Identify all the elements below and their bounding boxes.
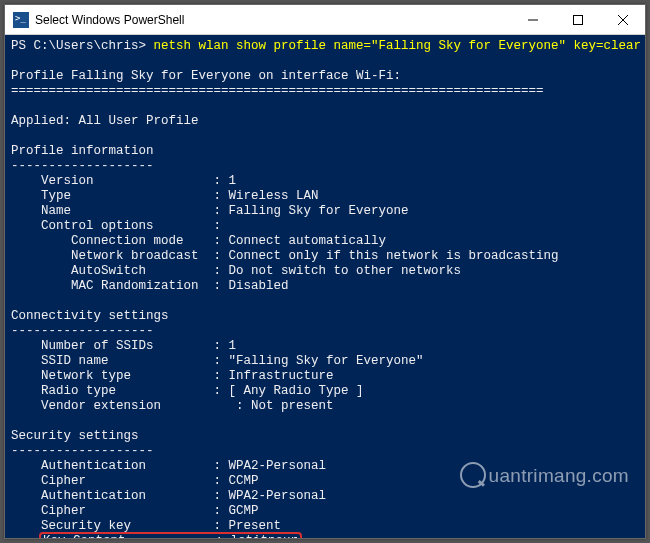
section-heading-connectivity: Connectivity settings xyxy=(11,309,169,323)
watermark-q-icon xyxy=(460,462,486,488)
row-name: Name : Falling Sky for Everyone xyxy=(41,204,409,218)
row-version: Version : 1 xyxy=(41,174,236,188)
row-ssids: Number of SSIDs : 1 xyxy=(41,339,236,353)
row-radio-type: Radio type : [ Any Radio Type ] xyxy=(41,384,364,398)
window-title: Select Windows PowerShell xyxy=(35,13,510,27)
row-auth2: Authentication : WPA2-Personal xyxy=(41,489,326,503)
prompt-command: netsh wlan show profile name="Falling Sk… xyxy=(154,39,642,53)
powershell-icon xyxy=(13,12,29,28)
row-control: Control options : xyxy=(41,219,221,233)
profile-header: Profile Falling Sky for Everyone on inte… xyxy=(11,69,401,83)
prompt-prefix: PS C:\Users\chris> xyxy=(11,39,154,53)
minimize-button[interactable] xyxy=(510,5,555,34)
row-vendor-ext: Vendor extension : Not present xyxy=(41,399,334,413)
svg-rect-1 xyxy=(573,15,582,24)
row-type: Type : Wireless LAN xyxy=(41,189,319,203)
divider: ========================================… xyxy=(11,84,544,98)
close-button[interactable] xyxy=(600,5,645,34)
row-auth1: Authentication : WPA2-Personal xyxy=(41,459,326,473)
window-frame: Select Windows PowerShell PS C:\Users\ch… xyxy=(4,4,646,539)
row-cipher2: Cipher : GCMP xyxy=(41,504,259,518)
row-cipher1: Cipher : CCMP xyxy=(41,474,259,488)
row-network-type: Network type : Infrastructure xyxy=(41,369,334,383)
row-connection-mode: Connection mode : Connect automatically xyxy=(71,234,386,248)
applied-row: Applied: All User Profile xyxy=(11,114,199,128)
maximize-button[interactable] xyxy=(555,5,600,34)
section-heading-security: Security settings xyxy=(11,429,139,443)
row-autoswitch: AutoSwitch : Do not switch to other netw… xyxy=(71,264,461,278)
row-mac-rand: MAC Randomization : Disabled xyxy=(71,279,289,293)
row-ssid-name: SSID name : "Falling Sky for Everyone" xyxy=(41,354,424,368)
section-heading-profile: Profile information xyxy=(11,144,154,158)
console-output[interactable]: PS C:\Users\chris> netsh wlan show profi… xyxy=(5,35,645,538)
row-security-key: Security key : Present xyxy=(41,519,281,533)
row-key-content: Key Content : letitpour xyxy=(39,532,302,538)
watermark: uantrimang.com xyxy=(460,462,629,488)
row-broadcast: Network broadcast : Connect only if this… xyxy=(71,249,559,263)
watermark-text: uantrimang.com xyxy=(489,468,629,483)
titlebar: Select Windows PowerShell xyxy=(5,5,645,35)
